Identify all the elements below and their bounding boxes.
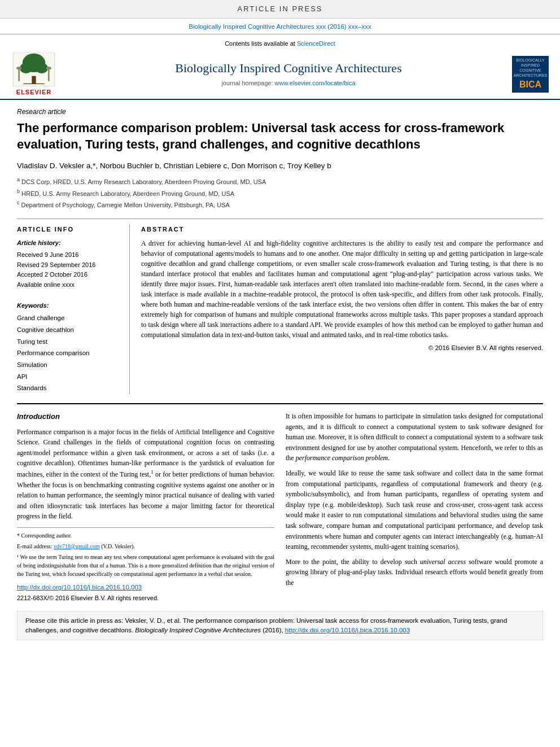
issn-text: 2212-683X/© 2016 Elsevier B.V. All right… (17, 593, 274, 603)
introduction-text: Performance comparison is a major focus … (17, 427, 274, 522)
sciencedirect-link[interactable]: ScienceDirect (297, 40, 335, 47)
journal-homepage: journal homepage: www.elsevier.com/locat… (79, 78, 498, 88)
main-content: Research article The performance compari… (0, 100, 560, 646)
affiliations: a DCS Corp, HRED, U.S. Army Research Lab… (17, 176, 543, 209)
intro-paragraph-0: Performance comparison is a major focus … (17, 427, 274, 522)
citation-banner: Please cite this article in press as: Ve… (17, 611, 543, 641)
citation-doi-link[interactable]: http://dx.doi.org/10.1016/j.bica.2016.10… (285, 627, 410, 634)
journal-title: Biologically Inspired Cognitive Architec… (79, 61, 498, 76)
keyword-0: Grand challenge (17, 312, 121, 324)
journal-reference-text: Biologically Inspired Cognitive Architec… (189, 23, 371, 30)
journal-title-center: Biologically Inspired Cognitive Architec… (73, 61, 504, 88)
right-paragraph-2: More to the point, the ability to develo… (286, 557, 543, 588)
keyword-6: Standards (17, 382, 121, 394)
right-body-text: It is often impossible for humans to par… (286, 411, 543, 588)
affiliation-b: b HRED, U.S. Army Research Laboratory, A… (17, 188, 543, 198)
article-info-heading: ARTICLE INFO (17, 225, 121, 234)
elsevier-tree-icon (11, 53, 56, 86)
body-left-column: Introduction Performance comparison is a… (17, 411, 274, 603)
copyright-text: © 2016 Elsevier B.V. All rights reserved… (141, 343, 543, 353)
right-paragraph-1: Ideally, we would like to reuse the same… (286, 468, 543, 552)
bica-logo: BIOLOGICALLY INSPIRED COGNITIVE ARCHITEC… (512, 56, 549, 93)
authors-line: Vladislav D. Veksler a,*, Norbou Buchler… (17, 160, 543, 172)
history-item-1: Revised 29 September 2016 (17, 260, 121, 270)
main-body: Introduction Performance comparison is a… (17, 403, 543, 603)
article-info-abstract-section: ARTICLE INFO Article history: Received 9… (17, 219, 543, 394)
page: ARTICLE IN PRESS Biologically Inspired C… (0, 0, 560, 747)
keyword-2: Turing test (17, 336, 121, 348)
right-paragraph-0: It is often impossible for humans to par… (286, 411, 543, 464)
footnote-corresponding: * Corresponding author. (17, 531, 274, 540)
history-item-3: Available online xxxx (17, 280, 121, 290)
body-right-column: It is often impossible for humans to par… (286, 411, 543, 603)
contents-available: Contents lists available at ScienceDirec… (11, 39, 549, 49)
abstract-text: A driver for achieving human-level AI an… (141, 238, 543, 353)
affiliation-c: c Department of Psychology, Carnegie Mel… (17, 199, 543, 209)
article-type-label: Research article (17, 107, 543, 117)
keyword-5: API (17, 371, 121, 383)
bica-logo-container: BIOLOGICALLY INSPIRED COGNITIVE ARCHITEC… (504, 56, 549, 93)
elsevier-logo: ELSEVIER (11, 53, 56, 97)
keyword-3: Performance comparison (17, 347, 121, 359)
elsevier-logo-container: ELSEVIER (11, 53, 73, 97)
keyword-1: Cognitive decathlon (17, 324, 121, 336)
keywords-list: Grand challenge Cognitive decathlon Turi… (17, 312, 121, 394)
citation-journal: Biologically Inspired Cognitive Architec… (135, 627, 261, 634)
svg-point-5 (36, 63, 48, 73)
article-in-press-text: ARTICLE IN PRESS (238, 5, 323, 13)
footnote-email: E-mail address: vdv718@gmail.com (V.D. V… (17, 542, 274, 551)
journal-reference-line: Biologically Inspired Cognitive Architec… (0, 19, 560, 35)
citation-text: Please cite this article in press as: Ve… (25, 617, 507, 634)
svg-point-7 (16, 66, 21, 69)
history-label: Article history: (17, 238, 121, 248)
svg-point-4 (20, 63, 32, 73)
keywords-label: Keywords: (17, 301, 121, 311)
footnote-star-text: * Corresponding author. (17, 532, 72, 539)
contents-text: Contents lists available at (225, 40, 295, 47)
abstract-column: ABSTRACT A driver for achieving human-le… (141, 225, 543, 394)
abstract-heading: ABSTRACT (141, 225, 543, 234)
affiliation-a: a DCS Corp, HRED, U.S. Army Research Lab… (17, 176, 543, 186)
article-info-column: ARTICLE INFO Article history: Received 9… (17, 225, 130, 394)
svg-rect-6 (18, 68, 20, 81)
footnote-1-text: ¹ We use the term Turing test to mean an… (17, 554, 274, 577)
svg-rect-8 (48, 68, 50, 81)
svg-point-9 (46, 66, 51, 69)
abstract-paragraph-0: A driver for achieving human-level AI an… (141, 238, 543, 340)
journal-header-inner: ELSEVIER Biologically Inspired Cognitive… (11, 50, 549, 99)
footnote-email-label: E-mail address: (17, 543, 52, 549)
authors-text: Vladislav D. Veksler a,*, Norbou Buchler… (17, 161, 331, 170)
journal-header: Contents lists available at ScienceDirec… (0, 34, 560, 100)
paper-title: The performance comparison problem: Univ… (17, 120, 543, 152)
introduction-heading: Introduction (17, 411, 274, 422)
history-item-2: Accepted 2 October 2016 (17, 270, 121, 280)
footnotes: * Corresponding author. E-mail address: … (17, 527, 274, 578)
footnote-email-link[interactable]: vdv718@gmail.com (54, 543, 100, 549)
citation-year: (2016), (262, 627, 283, 634)
footnote-email-name: (V.D. Veksler). (101, 543, 135, 549)
history-item-0: Received 9 June 2016 (17, 250, 121, 260)
footnote-1: ¹ We use the term Turing test to mean an… (17, 553, 274, 578)
doi-link[interactable]: http://dx.doi.org/10.1016/j.bica.2016.10… (17, 583, 274, 592)
journal-homepage-url[interactable]: www.elsevier.com/locate/bica (275, 80, 356, 86)
bica-abbr-text: BICA (519, 78, 541, 91)
keyword-4: Simulation (17, 359, 121, 371)
elsevier-text: ELSEVIER (16, 88, 51, 97)
history-list: Received 9 June 2016 Revised 29 Septembe… (17, 250, 121, 290)
svg-rect-1 (32, 76, 36, 84)
article-in-press-banner: ARTICLE IN PRESS (0, 0, 560, 19)
